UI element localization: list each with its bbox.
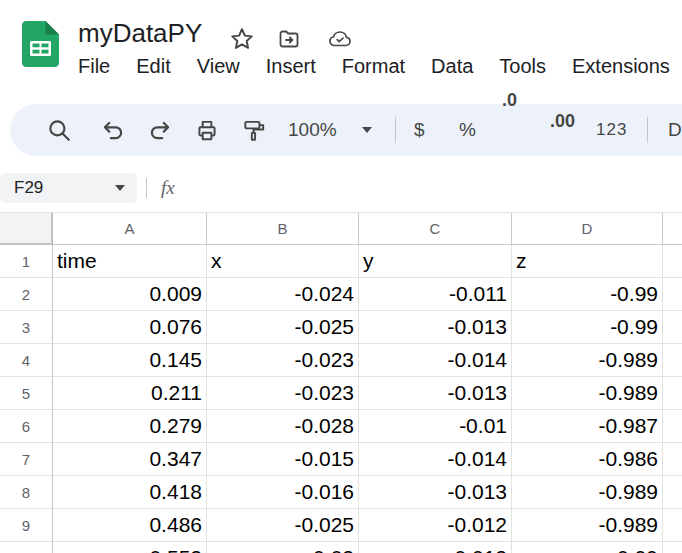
move-folder-icon[interactable] — [276, 27, 302, 51]
menu-extensions[interactable]: Extensions — [572, 55, 670, 78]
cell[interactable]: -0.987 — [512, 410, 663, 443]
menu-insert[interactable]: Insert — [266, 55, 316, 78]
menu-view[interactable]: View — [197, 55, 240, 78]
row-header[interactable]: 3 — [0, 311, 53, 344]
redo-icon[interactable] — [147, 117, 173, 143]
search-icon[interactable] — [46, 117, 72, 143]
toolbar-divider — [395, 117, 396, 143]
cell[interactable]: -0.028 — [207, 410, 359, 443]
cell[interactable]: -0.012 — [359, 509, 512, 542]
cell[interactable]: -0.025 — [207, 311, 359, 344]
cell[interactable] — [663, 245, 682, 278]
cell[interactable]: -0.02 — [207, 542, 359, 553]
cell[interactable]: 0.009 — [53, 278, 207, 311]
zoom-select[interactable]: 100% — [288, 119, 337, 141]
cell[interactable] — [663, 344, 682, 377]
cell[interactable]: 0.279 — [53, 410, 207, 443]
column-header-e[interactable] — [663, 213, 682, 245]
print-icon[interactable] — [194, 117, 220, 143]
row-header[interactable]: 6 — [0, 410, 53, 443]
cell[interactable] — [663, 542, 682, 553]
cell[interactable] — [663, 278, 682, 311]
cell[interactable] — [663, 476, 682, 509]
cell[interactable]: 0.211 — [53, 377, 207, 410]
cell[interactable]: -0.989 — [512, 377, 663, 410]
cell[interactable]: -0.012 — [359, 542, 512, 553]
cell[interactable]: -0.023 — [207, 344, 359, 377]
cell[interactable]: 0.418 — [53, 476, 207, 509]
sheets-logo-icon[interactable] — [22, 21, 59, 67]
cell[interactable]: -0.016 — [207, 476, 359, 509]
cell[interactable]: -0.014 — [359, 443, 512, 476]
google-sheets-app: myDataPY File Edit View Insert Format Da… — [0, 0, 682, 553]
menu-format[interactable]: Format — [342, 55, 405, 78]
cell[interactable]: -0.989 — [512, 476, 663, 509]
cloud-status-icon[interactable] — [326, 27, 354, 51]
cell[interactable]: -0.013 — [359, 377, 512, 410]
cell[interactable]: time — [53, 245, 207, 278]
cell[interactable]: -0.99 — [512, 311, 663, 344]
cell[interactable]: y — [359, 245, 512, 278]
cell[interactable]: -0.011 — [359, 278, 512, 311]
column-header-b[interactable]: B — [207, 213, 359, 245]
row-header[interactable]: 4 — [0, 344, 53, 377]
row-header[interactable]: 8 — [0, 476, 53, 509]
cell[interactable]: -0.986 — [512, 443, 663, 476]
cell[interactable]: 0.552 — [53, 542, 207, 553]
row-header[interactable]: 2 — [0, 278, 53, 311]
row-header[interactable]: 9 — [0, 509, 53, 542]
cell[interactable]: -0.025 — [207, 509, 359, 542]
paint-format-icon[interactable] — [241, 117, 267, 143]
row-header[interactable]: 1 — [0, 245, 53, 278]
cell[interactable]: -0.989 — [512, 509, 663, 542]
row-header[interactable]: 7 — [0, 443, 53, 476]
menu-file[interactable]: File — [78, 55, 110, 78]
document-title[interactable]: myDataPY — [78, 18, 202, 49]
cell[interactable]: 0.145 — [53, 344, 207, 377]
cell[interactable] — [663, 377, 682, 410]
format-currency-button[interactable]: $ — [414, 119, 425, 141]
cell[interactable]: -0.99 — [512, 542, 663, 553]
cell[interactable]: -0.013 — [359, 476, 512, 509]
cell[interactable]: z — [512, 245, 663, 278]
column-header-c[interactable]: C — [359, 213, 512, 245]
table-row: 9 0.486 -0.025 -0.012 -0.989 — [0, 509, 682, 542]
toolbar: 100% $ % .0← .00→ 123 De — [10, 104, 682, 156]
row-header[interactable]: 10 — [0, 542, 53, 553]
cell[interactable] — [663, 509, 682, 542]
cell[interactable]: -0.01 — [359, 410, 512, 443]
menu-edit[interactable]: Edit — [136, 55, 170, 78]
menu-tools[interactable]: Tools — [499, 55, 546, 78]
cell[interactable] — [663, 410, 682, 443]
table-row: 4 0.145 -0.023 -0.014 -0.989 — [0, 344, 682, 377]
cell[interactable]: 0.076 — [53, 311, 207, 344]
undo-icon[interactable] — [100, 117, 126, 143]
select-all-corner[interactable] — [0, 213, 53, 245]
cell[interactable]: 0.486 — [53, 509, 207, 542]
table-row: 5 0.211 -0.023 -0.013 -0.989 — [0, 377, 682, 410]
name-box[interactable]: F29 — [0, 173, 137, 203]
table-row: 1 time x y z — [0, 245, 682, 278]
cell[interactable] — [663, 443, 682, 476]
cell[interactable]: -0.023 — [207, 377, 359, 410]
cell[interactable] — [663, 311, 682, 344]
cell[interactable]: x — [207, 245, 359, 278]
row-header[interactable]: 5 — [0, 377, 53, 410]
cell[interactable]: -0.013 — [359, 311, 512, 344]
font-select[interactable]: De — [668, 119, 682, 141]
formula-input[interactable] — [190, 173, 680, 203]
cell[interactable]: -0.024 — [207, 278, 359, 311]
menu-data[interactable]: Data — [431, 55, 473, 78]
cell[interactable]: -0.989 — [512, 344, 663, 377]
decrease-decimal-button[interactable]: .0← — [502, 90, 682, 111]
star-icon[interactable] — [229, 26, 255, 52]
format-percent-button[interactable]: % — [459, 119, 476, 141]
more-formats-button[interactable]: 123 — [596, 120, 627, 140]
zoom-dropdown-caret-icon[interactable] — [362, 127, 372, 133]
cell[interactable]: 0.347 — [53, 443, 207, 476]
column-header-d[interactable]: D — [512, 213, 663, 245]
cell[interactable]: -0.014 — [359, 344, 512, 377]
cell[interactable]: -0.015 — [207, 443, 359, 476]
cell[interactable]: -0.99 — [512, 278, 663, 311]
column-header-a[interactable]: A — [53, 213, 207, 245]
